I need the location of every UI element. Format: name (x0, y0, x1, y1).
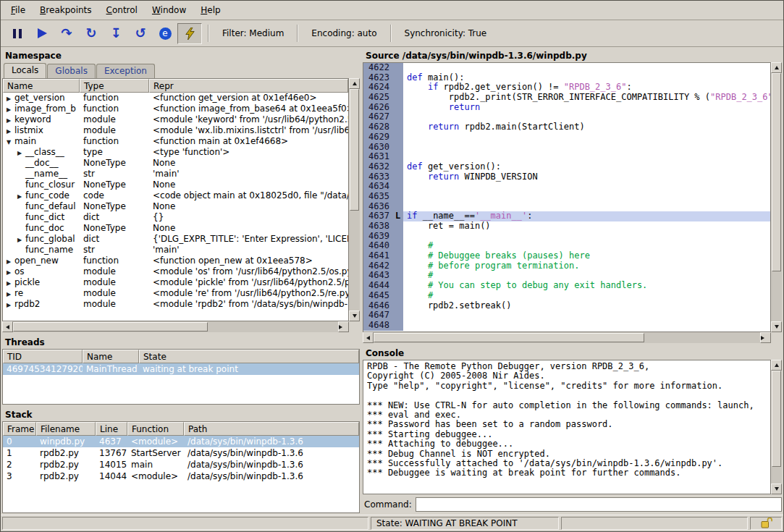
expand-arrow-icon[interactable]: ▶ (7, 115, 14, 125)
expand-arrow-icon[interactable]: ▶ (17, 148, 25, 158)
thread-row[interactable]: 46974534127920MainThreadwaiting at break… (3, 363, 359, 375)
namespace-row[interactable]: ▶picklemodule<module 'pickle' from '/usr… (3, 277, 348, 288)
console-output[interactable]: RPDB - The Remote Python Debugger, versi… (363, 360, 771, 494)
line-number[interactable]: 4644 (363, 281, 392, 291)
source-vscrollbar[interactable] (771, 62, 782, 332)
expand-arrow-icon[interactable]: ▶ (7, 126, 14, 136)
line-number[interactable]: 4622 (363, 63, 392, 73)
step-into-button[interactable]: ↷ (54, 23, 79, 44)
column-header-function[interactable]: Function (127, 422, 184, 436)
column-header-path[interactable]: Path (184, 422, 359, 436)
scroll-track[interactable] (349, 89, 360, 311)
breakpoint-margin[interactable] (392, 73, 403, 83)
column-header-tid[interactable]: TID (3, 350, 83, 363)
step-out-button[interactable]: ↧ (104, 23, 128, 44)
expand-arrow-icon[interactable]: ▶ (7, 104, 14, 114)
scroll-down-button[interactable] (771, 484, 782, 494)
breakpoint-margin[interactable] (392, 311, 403, 321)
namespace-row[interactable]: ▶get_versionfunction<function get_versio… (3, 93, 348, 104)
scroll-thumb[interactable] (13, 322, 208, 332)
line-number[interactable]: 4623 (363, 73, 392, 83)
breakpoint-margin[interactable] (392, 112, 403, 122)
line-number[interactable]: 4627 (363, 112, 392, 122)
current-line-marker[interactable]: L (392, 211, 403, 221)
line-number[interactable]: 4639 (363, 232, 392, 242)
namespace-row[interactable]: ▶open_newfunction<function open_new at 0… (3, 256, 348, 266)
scroll-thumb[interactable] (772, 73, 781, 271)
scroll-thumb[interactable] (350, 89, 359, 211)
code-editor[interactable]: 46224623def main():4624 if rpdb2.get_ver… (363, 62, 771, 332)
menu-item-control[interactable]: Control (99, 2, 145, 18)
breakpoint-margin[interactable] (392, 93, 403, 103)
stack-row[interactable]: 0winpdb.py4637<module>/data/sys/bin/winp… (3, 436, 359, 447)
line-number[interactable]: 4640 (363, 241, 392, 251)
column-header-type[interactable]: Type (80, 79, 149, 93)
namespace-row[interactable]: __doc__NoneTypeNone (3, 158, 348, 169)
scroll-thumb[interactable] (772, 371, 781, 467)
go-button[interactable] (30, 23, 54, 44)
menu-item-breakpoints[interactable]: Breakpoints (33, 2, 98, 18)
breakpoint-margin[interactable] (392, 321, 403, 331)
line-number[interactable]: 4647 (363, 311, 392, 321)
line-number[interactable]: 4625 (363, 93, 392, 103)
tab-locals[interactable]: Locals (4, 63, 46, 78)
scroll-up-button[interactable] (771, 62, 782, 73)
scroll-thumb[interactable] (374, 333, 644, 342)
column-header-name[interactable]: Name (83, 350, 139, 363)
scroll-right-button[interactable] (760, 332, 771, 343)
breakpoint-margin[interactable] (392, 103, 403, 113)
line-number[interactable]: 4648 (363, 321, 392, 331)
scroll-up-button[interactable] (771, 360, 782, 371)
breakpoint-margin[interactable] (392, 241, 403, 251)
line-number[interactable]: 4630 (363, 143, 392, 153)
breakpoint-margin[interactable] (392, 251, 403, 261)
scroll-left-button[interactable] (2, 321, 13, 332)
namespace-hscrollbar[interactable] (2, 321, 349, 332)
namespace-row[interactable]: ▶rpdb2module<module 'rpdb2' from '/data/… (3, 299, 348, 310)
scroll-down-button[interactable] (349, 311, 360, 321)
namespace-row[interactable]: ▶listmixmodule<module 'wx.lib.mixins.lis… (3, 125, 348, 136)
breakpoint-margin[interactable] (392, 261, 403, 271)
breakpoint-margin[interactable] (392, 301, 403, 311)
menu-item-help[interactable]: Help (193, 2, 227, 18)
breakpoint-margin[interactable] (392, 221, 403, 232)
encoding-button[interactable]: e (153, 23, 177, 44)
line-number[interactable]: 4632 (363, 162, 392, 172)
command-input[interactable] (416, 497, 782, 512)
scroll-down-button[interactable] (771, 321, 782, 332)
line-number[interactable]: 4638 (363, 221, 392, 232)
line-number[interactable]: 4636 (363, 202, 392, 212)
line-number[interactable]: 4643 (363, 271, 392, 281)
namespace-row[interactable]: func_dictdict{} (3, 212, 348, 223)
break-button[interactable] (5, 23, 30, 44)
tab-exception[interactable]: Exception (96, 64, 155, 78)
line-number[interactable]: 4629 (363, 132, 392, 143)
namespace-row[interactable]: func_docNoneTypeNone (3, 223, 348, 234)
stack-row[interactable]: 1rpdb2.py13767StartServer/data/sys/bin/w… (3, 447, 359, 459)
namespace-row[interactable]: ▶func_codecode<code object main at 0x180… (3, 190, 348, 201)
step-over-button[interactable]: ↻ (79, 23, 104, 44)
scroll-left-button[interactable] (363, 332, 374, 343)
stack-row[interactable]: 2rpdb2.py14015main/data/sys/bin/winpdb-1… (3, 459, 359, 470)
collapse-arrow-icon[interactable]: ▼ (7, 137, 14, 147)
namespace-row[interactable]: ▼mainfunction<function main at 0x1ef4668… (3, 136, 348, 147)
breakpoint-margin[interactable] (392, 271, 403, 281)
breakpoint-margin[interactable] (392, 291, 403, 301)
line-number[interactable]: 4646 (363, 301, 392, 311)
line-number[interactable]: 4624 (363, 83, 392, 93)
breakpoint-margin[interactable] (392, 132, 403, 143)
breakpoint-margin[interactable] (392, 162, 403, 172)
menu-item-window[interactable]: Window (145, 2, 193, 18)
namespace-row[interactable]: ▶__class__type<type 'function'> (3, 147, 348, 158)
scroll-track[interactable] (374, 332, 760, 343)
expand-arrow-icon[interactable]: ▶ (7, 93, 14, 104)
expand-arrow-icon[interactable]: ▶ (17, 235, 25, 245)
line-number[interactable]: 4641 (363, 251, 392, 261)
expand-arrow-icon[interactable]: ▶ (7, 289, 14, 299)
breakpoint-margin[interactable] (392, 232, 403, 242)
line-number[interactable]: 4637 (363, 211, 392, 221)
synchronicity-button[interactable] (177, 23, 202, 44)
namespace-row[interactable]: func_closurNoneTypeNone (3, 180, 348, 190)
line-number[interactable]: 4631 (363, 152, 392, 162)
column-header-name[interactable]: Name (3, 79, 80, 93)
